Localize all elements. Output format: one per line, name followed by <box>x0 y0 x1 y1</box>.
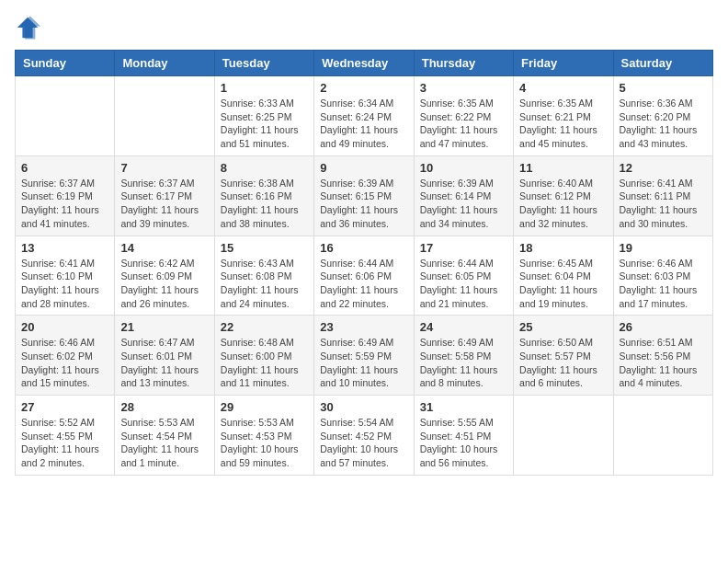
day-number: 11 <box>519 161 607 175</box>
day-number: 31 <box>420 400 507 414</box>
calendar-cell: 7Sunrise: 6:37 AM Sunset: 6:17 PM Daylig… <box>115 155 214 236</box>
calendar-cell <box>514 396 613 476</box>
calendar-cell: 24Sunrise: 6:49 AM Sunset: 5:58 PM Dayli… <box>414 316 513 396</box>
calendar-cell: 26Sunrise: 6:51 AM Sunset: 5:56 PM Dayli… <box>613 316 712 396</box>
day-number: 21 <box>120 320 208 334</box>
calendar-cell: 1Sunrise: 6:33 AM Sunset: 6:25 PM Daylig… <box>214 76 313 156</box>
day-number: 14 <box>120 241 208 255</box>
day-info: Sunrise: 6:44 AM Sunset: 6:06 PM Dayligh… <box>320 257 407 311</box>
day-info: Sunrise: 6:46 AM Sunset: 6:03 PM Dayligh… <box>620 257 707 311</box>
day-header-sunday: Sunday <box>16 51 115 76</box>
calendar-cell: 5Sunrise: 6:36 AM Sunset: 6:20 PM Daylig… <box>613 76 712 156</box>
day-number: 1 <box>221 81 308 95</box>
day-number: 7 <box>120 161 208 175</box>
day-info: Sunrise: 6:45 AM Sunset: 6:04 PM Dayligh… <box>519 257 607 311</box>
calendar-cell: 17Sunrise: 6:44 AM Sunset: 6:05 PM Dayli… <box>414 236 513 316</box>
day-info: Sunrise: 6:49 AM Sunset: 5:59 PM Dayligh… <box>320 336 407 390</box>
day-number: 13 <box>21 241 108 255</box>
day-info: Sunrise: 6:44 AM Sunset: 6:05 PM Dayligh… <box>420 257 507 311</box>
calendar-cell <box>115 76 214 156</box>
calendar-cell: 23Sunrise: 6:49 AM Sunset: 5:59 PM Dayli… <box>314 316 414 396</box>
day-info: Sunrise: 6:39 AM Sunset: 6:15 PM Dayligh… <box>320 177 407 231</box>
day-number: 18 <box>519 241 607 255</box>
day-header-monday: Monday <box>115 51 214 76</box>
calendar-cell: 14Sunrise: 6:42 AM Sunset: 6:09 PM Dayli… <box>115 236 214 316</box>
calendar-cell: 4Sunrise: 6:35 AM Sunset: 6:21 PM Daylig… <box>514 76 613 156</box>
calendar-cell <box>613 396 712 476</box>
day-number: 8 <box>221 161 308 175</box>
calendar-cell: 28Sunrise: 5:53 AM Sunset: 4:54 PM Dayli… <box>115 396 214 476</box>
day-info: Sunrise: 6:34 AM Sunset: 6:24 PM Dayligh… <box>320 97 407 151</box>
day-info: Sunrise: 6:37 AM Sunset: 6:19 PM Dayligh… <box>21 177 108 231</box>
day-number: 4 <box>519 81 607 95</box>
day-info: Sunrise: 6:42 AM Sunset: 6:09 PM Dayligh… <box>120 257 208 311</box>
day-info: Sunrise: 6:35 AM Sunset: 6:21 PM Dayligh… <box>519 97 607 151</box>
day-info: Sunrise: 6:41 AM Sunset: 6:10 PM Dayligh… <box>21 257 108 311</box>
day-header-tuesday: Tuesday <box>214 51 313 76</box>
day-number: 23 <box>320 320 407 334</box>
calendar-cell: 11Sunrise: 6:40 AM Sunset: 6:12 PM Dayli… <box>514 155 613 236</box>
calendar-cell: 31Sunrise: 5:55 AM Sunset: 4:51 PM Dayli… <box>414 396 513 476</box>
calendar-week-row: 20Sunrise: 6:46 AM Sunset: 6:02 PM Dayli… <box>16 316 713 396</box>
day-number: 2 <box>320 81 407 95</box>
day-header-friday: Friday <box>514 51 613 76</box>
day-number: 12 <box>620 161 707 175</box>
day-number: 16 <box>320 241 407 255</box>
calendar-cell: 16Sunrise: 6:44 AM Sunset: 6:06 PM Dayli… <box>314 236 414 316</box>
day-number: 6 <box>21 161 108 175</box>
day-number: 27 <box>21 400 108 414</box>
day-info: Sunrise: 6:46 AM Sunset: 6:02 PM Dayligh… <box>21 336 108 390</box>
day-info: Sunrise: 6:49 AM Sunset: 5:58 PM Dayligh… <box>420 336 507 390</box>
calendar-cell: 12Sunrise: 6:41 AM Sunset: 6:11 PM Dayli… <box>613 155 712 236</box>
day-info: Sunrise: 6:35 AM Sunset: 6:22 PM Dayligh… <box>420 97 507 151</box>
day-number: 26 <box>620 320 707 334</box>
day-number: 3 <box>420 81 507 95</box>
day-number: 22 <box>221 320 308 334</box>
day-number: 15 <box>221 241 308 255</box>
calendar-week-row: 13Sunrise: 6:41 AM Sunset: 6:10 PM Dayli… <box>16 236 713 316</box>
calendar-cell: 13Sunrise: 6:41 AM Sunset: 6:10 PM Dayli… <box>16 236 115 316</box>
day-info: Sunrise: 6:33 AM Sunset: 6:25 PM Dayligh… <box>221 97 308 151</box>
day-number: 28 <box>120 400 208 414</box>
calendar-cell: 9Sunrise: 6:39 AM Sunset: 6:15 PM Daylig… <box>314 155 414 236</box>
day-info: Sunrise: 5:53 AM Sunset: 4:53 PM Dayligh… <box>221 416 308 470</box>
calendar-cell: 8Sunrise: 6:38 AM Sunset: 6:16 PM Daylig… <box>214 155 313 236</box>
calendar-week-row: 6Sunrise: 6:37 AM Sunset: 6:19 PM Daylig… <box>16 155 713 236</box>
day-header-saturday: Saturday <box>613 51 712 76</box>
calendar-cell: 15Sunrise: 6:43 AM Sunset: 6:08 PM Dayli… <box>214 236 313 316</box>
logo <box>15 15 44 40</box>
day-info: Sunrise: 6:36 AM Sunset: 6:20 PM Dayligh… <box>620 97 707 151</box>
day-number: 9 <box>320 161 407 175</box>
day-info: Sunrise: 6:37 AM Sunset: 6:17 PM Dayligh… <box>120 177 208 231</box>
calendar-cell: 6Sunrise: 6:37 AM Sunset: 6:19 PM Daylig… <box>16 155 115 236</box>
calendar-cell: 21Sunrise: 6:47 AM Sunset: 6:01 PM Dayli… <box>115 316 214 396</box>
calendar-cell: 20Sunrise: 6:46 AM Sunset: 6:02 PM Dayli… <box>16 316 115 396</box>
calendar-cell: 3Sunrise: 6:35 AM Sunset: 6:22 PM Daylig… <box>414 76 513 156</box>
day-number: 25 <box>519 320 607 334</box>
calendar-cell <box>16 76 115 156</box>
day-number: 17 <box>420 241 507 255</box>
calendar-cell: 10Sunrise: 6:39 AM Sunset: 6:14 PM Dayli… <box>414 155 513 236</box>
day-info: Sunrise: 6:38 AM Sunset: 6:16 PM Dayligh… <box>221 177 308 231</box>
day-number: 5 <box>620 81 707 95</box>
logo-icon <box>15 15 40 40</box>
calendar-cell: 29Sunrise: 5:53 AM Sunset: 4:53 PM Dayli… <box>214 396 313 476</box>
calendar-cell: 18Sunrise: 6:45 AM Sunset: 6:04 PM Dayli… <box>514 236 613 316</box>
day-info: Sunrise: 6:47 AM Sunset: 6:01 PM Dayligh… <box>120 336 208 390</box>
day-info: Sunrise: 6:43 AM Sunset: 6:08 PM Dayligh… <box>221 257 308 311</box>
day-header-thursday: Thursday <box>414 51 513 76</box>
day-info: Sunrise: 5:54 AM Sunset: 4:52 PM Dayligh… <box>320 416 407 470</box>
calendar-cell: 2Sunrise: 6:34 AM Sunset: 6:24 PM Daylig… <box>314 76 414 156</box>
day-info: Sunrise: 6:40 AM Sunset: 6:12 PM Dayligh… <box>519 177 607 231</box>
calendar-cell: 25Sunrise: 6:50 AM Sunset: 5:57 PM Dayli… <box>514 316 613 396</box>
page-header <box>15 15 713 40</box>
day-number: 10 <box>420 161 507 175</box>
calendar-week-row: 27Sunrise: 5:52 AM Sunset: 4:55 PM Dayli… <box>16 396 713 476</box>
day-info: Sunrise: 6:50 AM Sunset: 5:57 PM Dayligh… <box>519 336 607 390</box>
day-info: Sunrise: 5:53 AM Sunset: 4:54 PM Dayligh… <box>120 416 208 470</box>
day-info: Sunrise: 6:51 AM Sunset: 5:56 PM Dayligh… <box>620 336 707 390</box>
day-number: 29 <box>221 400 308 414</box>
day-info: Sunrise: 6:41 AM Sunset: 6:11 PM Dayligh… <box>620 177 707 231</box>
day-info: Sunrise: 6:39 AM Sunset: 6:14 PM Dayligh… <box>420 177 507 231</box>
day-number: 19 <box>620 241 707 255</box>
